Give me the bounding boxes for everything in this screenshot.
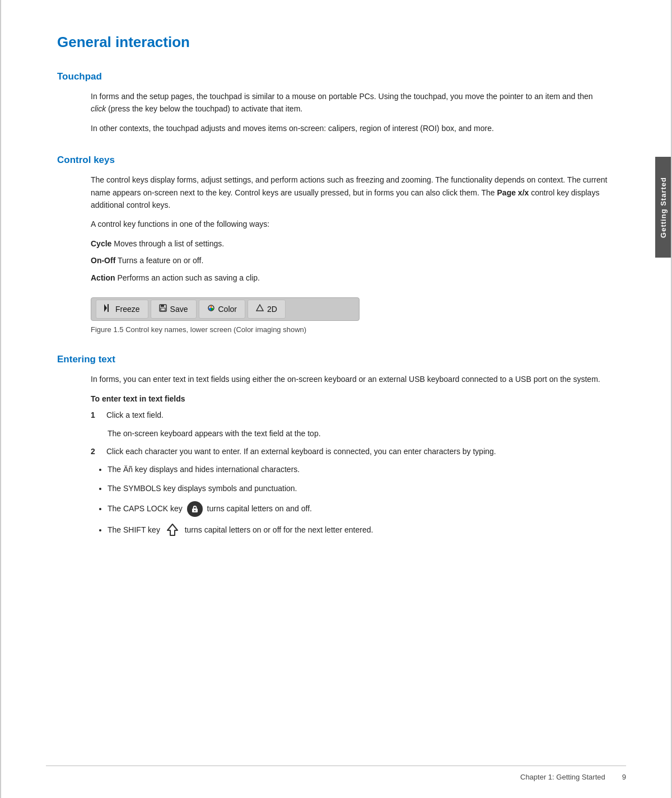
freeze-icon bbox=[104, 304, 112, 314]
footer-text: Chapter 1: Getting Started 9 bbox=[520, 773, 626, 781]
touchpad-para1: In forms and the setup pages, the touchp… bbox=[91, 90, 609, 115]
svg-rect-4 bbox=[161, 308, 165, 311]
bullet-item-4: The SHIFT key turns capital letters on o… bbox=[108, 522, 609, 538]
2d-icon bbox=[256, 304, 264, 314]
figure-caption: Figure 1.5 Control key names, lower scre… bbox=[91, 325, 609, 334]
touchpad-click-italic: click bbox=[91, 104, 106, 113]
svg-marker-0 bbox=[104, 304, 107, 312]
cycle-block: Cycle Moves through a list of settings. bbox=[91, 237, 609, 250]
save-icon bbox=[159, 304, 167, 314]
step1-sub: The on-screen keyboard appears with the … bbox=[108, 427, 609, 440]
action-text: Performs an action such as saving a clip… bbox=[117, 273, 259, 282]
caps-lock-icon bbox=[187, 501, 203, 517]
section-entering-title: Entering text bbox=[57, 354, 609, 365]
ck-2d: 2D bbox=[248, 300, 286, 319]
page-footer: Chapter 1: Getting Started 9 bbox=[46, 766, 626, 781]
bullet-4-rest: turns capital letters on or off for the … bbox=[185, 525, 374, 534]
onoff-block: On-Off Turns a feature on or off. bbox=[91, 254, 609, 267]
freeze-label: Freeze bbox=[115, 305, 140, 314]
ck-save: Save bbox=[151, 300, 197, 319]
footer-chapter: Chapter 1: Getting Started bbox=[520, 773, 605, 781]
page-wrapper: Getting Started General interaction Touc… bbox=[0, 0, 672, 798]
ck-color: Color bbox=[199, 300, 245, 319]
save-label: Save bbox=[170, 305, 188, 314]
page-title: General interaction bbox=[57, 34, 609, 51]
bullet-1-text: The Äñ key displays and hides internatio… bbox=[108, 465, 300, 474]
bullet-item-2: The SYMBOLS key displays symbols and pun… bbox=[108, 482, 609, 496]
controlkeys-para2: A control key functions in one of the fo… bbox=[91, 218, 609, 230]
bullet-item-1: The Äñ key displays and hides internatio… bbox=[108, 463, 609, 477]
entering-para1: In forms, you can enter text in text fie… bbox=[91, 373, 609, 385]
svg-marker-6 bbox=[256, 305, 263, 311]
bullet-3-caps-lock: The CAPS LOCK key bbox=[108, 504, 183, 513]
shift-icon bbox=[165, 522, 180, 538]
step2-text: Click each character you want to enter. … bbox=[106, 445, 496, 458]
cycle-label: Cycle bbox=[91, 239, 111, 248]
footer-page-num: 9 bbox=[622, 773, 626, 781]
touchpad-para2: In other contexts, the touchpad adjusts … bbox=[91, 122, 609, 134]
control-key-bar: Freeze Save bbox=[91, 297, 360, 321]
bullet-item-3: The CAPS LOCK key turns capital letters … bbox=[108, 501, 609, 517]
bullet-list: The Äñ key displays and hides internatio… bbox=[108, 463, 609, 538]
page-xx-label: Page x/x bbox=[497, 188, 529, 197]
svg-rect-3 bbox=[161, 305, 164, 307]
svg-rect-1 bbox=[108, 304, 109, 312]
color-icon bbox=[207, 304, 215, 314]
onoff-label: On-Off bbox=[91, 256, 115, 265]
cycle-text: Moves through a list of settings. bbox=[114, 239, 224, 248]
section-touchpad-title: Touchpad bbox=[57, 71, 609, 82]
color-label: Color bbox=[218, 305, 237, 314]
bullet-4-shift: The SHIFT key bbox=[108, 525, 160, 534]
main-content: General interaction Touchpad In forms an… bbox=[1, 0, 671, 798]
action-label: Action bbox=[91, 273, 115, 282]
step2-num: 2 bbox=[91, 445, 101, 458]
side-tab-label: Getting Started bbox=[659, 177, 668, 238]
step2: 2 Click each character you want to enter… bbox=[91, 445, 609, 458]
bullet-3-rest: turns capital letters on and off. bbox=[207, 504, 312, 513]
side-tab: Getting Started bbox=[655, 157, 671, 258]
2d-label: 2D bbox=[267, 305, 277, 314]
ck-freeze: Freeze bbox=[96, 300, 148, 319]
step1-text: Click a text field. bbox=[106, 409, 164, 421]
entering-subheading: To enter text in text fields bbox=[91, 394, 609, 403]
svg-marker-9 bbox=[167, 524, 178, 535]
onoff-text: Turns a feature on or off. bbox=[118, 256, 203, 265]
step1: 1 Click a text field. bbox=[91, 409, 609, 421]
controlkeys-para1: The control keys display forms, adjust s… bbox=[91, 174, 609, 211]
bullet-2-text: The SYMBOLS key displays symbols and pun… bbox=[108, 484, 297, 493]
action-block: Action Performs an action such as saving… bbox=[91, 272, 609, 284]
step1-num: 1 bbox=[91, 409, 101, 421]
section-controlkeys-title: Control keys bbox=[57, 155, 609, 166]
svg-point-8 bbox=[194, 510, 195, 511]
